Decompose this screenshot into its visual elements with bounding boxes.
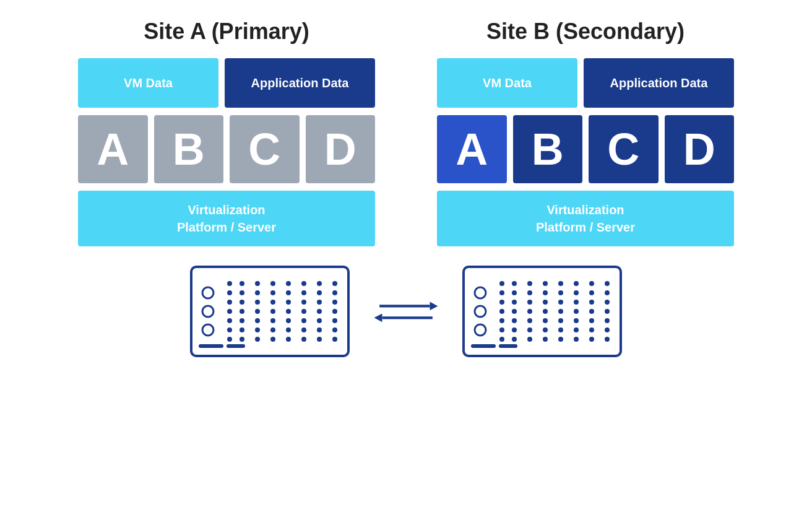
site-b-letter-a: A bbox=[437, 115, 507, 183]
svg-point-31 bbox=[270, 318, 275, 323]
svg-point-115 bbox=[589, 290, 594, 295]
svg-point-74 bbox=[499, 300, 504, 305]
svg-point-44 bbox=[301, 309, 306, 314]
svg-point-84 bbox=[512, 327, 517, 332]
svg-point-76 bbox=[499, 318, 504, 323]
sites-row: Site A (Primary) VM Data Application Dat… bbox=[37, 19, 775, 246]
svg-point-55 bbox=[332, 281, 337, 286]
svg-point-82 bbox=[512, 309, 517, 314]
server-a-icon bbox=[189, 265, 350, 358]
site-b: Site B (Secondary) VM Data Application D… bbox=[437, 19, 734, 246]
site-a-title: Site A (Primary) bbox=[144, 19, 309, 45]
site-a-letter-a: A bbox=[78, 115, 148, 183]
svg-point-42 bbox=[301, 290, 306, 295]
svg-point-96 bbox=[543, 309, 548, 314]
svg-point-106 bbox=[558, 337, 563, 342]
site-a-virt: VirtualizationPlatform / Server bbox=[78, 191, 375, 246]
site-b-letter-c: C bbox=[589, 115, 659, 183]
svg-point-61 bbox=[332, 337, 337, 342]
svg-point-99 bbox=[543, 337, 548, 342]
svg-point-18 bbox=[240, 327, 244, 332]
svg-point-91 bbox=[527, 327, 532, 332]
servers-row bbox=[37, 265, 775, 358]
svg-rect-66 bbox=[464, 267, 621, 356]
svg-point-123 bbox=[605, 300, 610, 305]
svg-point-79 bbox=[512, 281, 517, 286]
svg-point-7 bbox=[227, 290, 232, 295]
svg-point-45 bbox=[301, 318, 306, 323]
svg-point-36 bbox=[286, 300, 291, 305]
svg-point-125 bbox=[605, 318, 610, 323]
svg-point-120 bbox=[589, 337, 594, 342]
site-b-letters: A B C D bbox=[437, 115, 734, 183]
svg-point-27 bbox=[270, 281, 275, 286]
svg-point-117 bbox=[589, 309, 594, 314]
svg-point-53 bbox=[317, 327, 322, 332]
svg-point-30 bbox=[270, 309, 275, 314]
svg-point-93 bbox=[543, 281, 548, 286]
svg-rect-5 bbox=[227, 344, 245, 348]
svg-point-26 bbox=[255, 337, 260, 342]
svg-point-97 bbox=[543, 318, 548, 323]
svg-point-72 bbox=[499, 281, 504, 286]
svg-marker-65 bbox=[374, 313, 382, 322]
svg-point-112 bbox=[574, 327, 579, 332]
svg-point-86 bbox=[527, 281, 532, 286]
svg-point-15 bbox=[240, 300, 244, 305]
svg-rect-70 bbox=[471, 344, 496, 348]
svg-point-59 bbox=[332, 318, 337, 323]
site-b-virt: VirtualizationPlatform / Server bbox=[437, 191, 734, 246]
svg-point-52 bbox=[317, 318, 322, 323]
svg-point-46 bbox=[301, 327, 306, 332]
svg-point-29 bbox=[270, 300, 275, 305]
svg-point-32 bbox=[270, 327, 275, 332]
svg-point-111 bbox=[574, 318, 579, 323]
svg-point-95 bbox=[543, 300, 548, 305]
svg-point-118 bbox=[589, 318, 594, 323]
svg-point-12 bbox=[227, 337, 232, 342]
svg-marker-63 bbox=[430, 302, 438, 311]
svg-point-20 bbox=[255, 281, 260, 286]
svg-point-100 bbox=[558, 281, 563, 286]
svg-point-16 bbox=[240, 309, 244, 314]
svg-point-75 bbox=[499, 309, 504, 314]
svg-point-116 bbox=[589, 300, 594, 305]
svg-point-127 bbox=[605, 337, 610, 342]
svg-point-73 bbox=[499, 290, 504, 295]
svg-point-28 bbox=[270, 290, 275, 295]
svg-rect-0 bbox=[191, 267, 348, 356]
svg-point-103 bbox=[558, 309, 563, 314]
svg-point-14 bbox=[240, 290, 244, 295]
server-b-icon bbox=[462, 265, 623, 358]
site-b-title: Site B (Secondary) bbox=[486, 19, 685, 45]
svg-point-105 bbox=[558, 327, 563, 332]
svg-point-56 bbox=[332, 290, 337, 295]
svg-point-40 bbox=[286, 337, 291, 342]
site-b-data-row: VM Data Application Data bbox=[437, 58, 734, 108]
svg-point-98 bbox=[543, 327, 548, 332]
svg-point-109 bbox=[574, 300, 579, 305]
svg-point-54 bbox=[317, 337, 322, 342]
svg-point-101 bbox=[558, 290, 563, 295]
svg-point-108 bbox=[574, 290, 579, 295]
site-b-app-data: Application Data bbox=[584, 58, 734, 108]
svg-point-23 bbox=[255, 309, 260, 314]
site-a-letter-c: C bbox=[230, 115, 300, 183]
svg-point-6 bbox=[227, 281, 232, 286]
svg-point-102 bbox=[558, 300, 563, 305]
svg-point-83 bbox=[512, 318, 517, 323]
site-b-vm-data: VM Data bbox=[437, 58, 577, 108]
svg-point-80 bbox=[512, 290, 517, 295]
site-a-app-data: Application Data bbox=[225, 58, 375, 108]
svg-point-41 bbox=[301, 281, 306, 286]
svg-point-11 bbox=[227, 327, 232, 332]
site-b-letter-b: B bbox=[513, 115, 583, 183]
diagram: Site A (Primary) VM Data Application Dat… bbox=[0, 0, 812, 507]
svg-point-81 bbox=[512, 300, 517, 305]
svg-point-58 bbox=[332, 309, 337, 314]
svg-point-57 bbox=[332, 300, 337, 305]
svg-point-35 bbox=[286, 290, 291, 295]
svg-point-50 bbox=[317, 300, 322, 305]
site-a-letter-d: D bbox=[306, 115, 376, 183]
svg-point-8 bbox=[227, 300, 232, 305]
